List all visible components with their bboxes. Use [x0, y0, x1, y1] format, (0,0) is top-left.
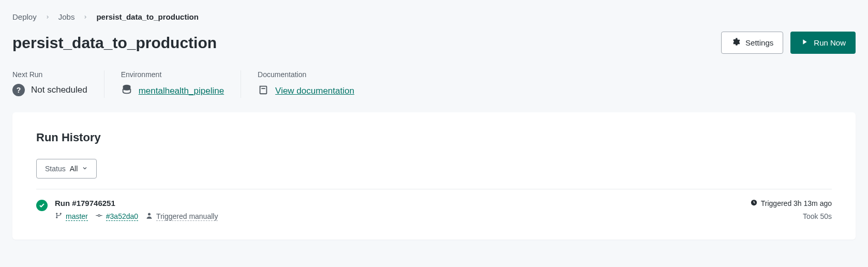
run-now-button[interactable]: Run Now — [790, 32, 856, 54]
settings-label: Settings — [745, 38, 773, 47]
commit-link[interactable]: #3a52da0 — [106, 212, 138, 221]
settings-button[interactable]: Settings — [721, 32, 783, 54]
page-header: persist_data_to_production Settings Run … — [12, 32, 856, 54]
chevron-right-icon — [45, 12, 50, 21]
filter-label: Status — [45, 165, 66, 173]
svg-point-1 — [56, 213, 57, 214]
info-row: Next Run ? Not scheduled Environment men… — [12, 70, 856, 98]
divider — [36, 189, 832, 189]
branch-link[interactable]: master — [66, 212, 88, 221]
run-title: Run #179746251 — [55, 199, 218, 207]
next-run-label: Next Run — [12, 70, 87, 79]
environment-label: Environment — [121, 70, 224, 79]
success-icon — [36, 200, 48, 211]
environment-info: Environment mentalhealth_pipeline — [121, 70, 241, 98]
breadcrumb-deploy[interactable]: Deploy — [12, 12, 37, 21]
page-title: persist_data_to_production — [12, 34, 217, 52]
duration-text: Took 50s — [750, 212, 832, 220]
documentation-label: Documentation — [258, 70, 354, 79]
filter-value: All — [70, 165, 78, 173]
git-branch-icon — [55, 212, 63, 221]
run-history-card: Run History Status All Run #179746251 ma… — [12, 112, 856, 240]
play-icon — [800, 38, 809, 48]
git-commit-icon — [95, 212, 103, 221]
svg-point-2 — [56, 217, 57, 218]
clock-icon — [750, 199, 758, 208]
breadcrumb-jobs[interactable]: Jobs — [58, 12, 75, 21]
triggered-time: Triggered 3h 13m ago — [761, 199, 832, 207]
documentation-link[interactable]: View documentation — [275, 86, 354, 96]
environment-link[interactable]: mentalhealth_pipeline — [139, 86, 224, 96]
run-history-title: Run History — [36, 131, 832, 144]
breadcrumb: Deploy Jobs persist_data_to_production — [12, 12, 856, 21]
header-actions: Settings Run Now — [721, 32, 856, 54]
run-now-label: Run Now — [814, 38, 846, 47]
chevron-right-icon — [83, 12, 88, 21]
database-icon — [121, 84, 132, 98]
svg-point-7 — [148, 213, 151, 216]
svg-point-4 — [98, 215, 100, 217]
status-filter-button[interactable]: Status All — [36, 159, 97, 179]
question-icon: ? — [12, 84, 25, 96]
user-icon — [145, 212, 153, 221]
next-run-info: Next Run ? Not scheduled — [12, 70, 104, 98]
svg-point-3 — [60, 213, 62, 214]
breadcrumb-current: persist_data_to_production — [96, 12, 199, 21]
chevron-down-icon — [82, 165, 88, 173]
gear-icon — [731, 37, 740, 48]
next-run-value: Not scheduled — [31, 85, 87, 95]
run-row[interactable]: Run #179746251 master #3a52da0 — [36, 199, 832, 221]
book-icon — [258, 84, 269, 98]
documentation-info: Documentation View documentation — [258, 70, 371, 98]
trigger-text: Triggered manually — [156, 212, 218, 221]
